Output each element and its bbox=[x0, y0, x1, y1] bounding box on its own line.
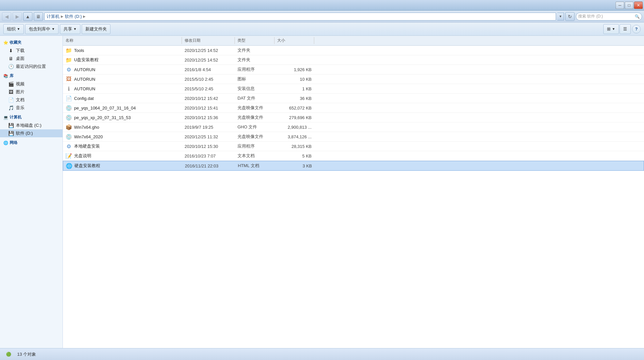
file-size bbox=[275, 59, 314, 61]
col-header-type[interactable]: 类型 bbox=[235, 37, 275, 44]
status-count: 13 个对象 bbox=[17, 351, 36, 357]
table-row[interactable]: ℹ AUTORUN 2015/5/10 2:45 安装信息 1 KB bbox=[63, 84, 644, 94]
path-drive[interactable]: 软件 (D:) bbox=[65, 14, 82, 20]
close-button[interactable]: ✕ bbox=[634, 2, 643, 9]
favorites-icon: ⭐ bbox=[3, 40, 8, 45]
file-name-cell: 🌐 硬盘安装教程 bbox=[63, 162, 182, 170]
file-name: Win7x64.gho bbox=[74, 125, 99, 130]
sidebar-item-recent[interactable]: 🕐 最近访问的位置 bbox=[0, 63, 63, 70]
file-size: 5 KB bbox=[275, 153, 314, 159]
file-name: 本地硬盘安装 bbox=[74, 143, 100, 149]
sidebar-header-network[interactable]: 🌐 网络 bbox=[0, 139, 63, 147]
col-header-modified[interactable]: 修改日期 bbox=[182, 37, 235, 44]
file-date: 2016/1/8 4:54 bbox=[182, 67, 235, 73]
file-type-label: 文件夹 bbox=[235, 56, 275, 64]
include-arrow-icon: ▼ bbox=[52, 27, 55, 31]
c-drive-label: 本地磁盘 (C:) bbox=[16, 122, 41, 128]
table-row[interactable]: 📄 Config.dat 2020/10/12 15:42 DAT 文件 36 … bbox=[63, 94, 644, 103]
refresh-button[interactable]: ↻ bbox=[565, 12, 575, 21]
table-row[interactable]: ⚙ AUTORUN 2016/1/8 4:54 应用程序 1,926 KB bbox=[63, 65, 644, 74]
file-size: 279,696 KB bbox=[275, 114, 314, 121]
file-date: 2020/10/12 15:30 bbox=[182, 143, 235, 150]
sidebar-item-documents[interactable]: 📄 文档 bbox=[0, 96, 63, 104]
address-dropdown-button[interactable]: ▼ bbox=[557, 13, 564, 21]
file-type-icon: 💿 bbox=[65, 133, 72, 140]
table-row[interactable]: 📝 光盘说明 2016/10/23 7:07 文本文档 5 KB bbox=[63, 151, 644, 161]
back-button[interactable]: ◀ bbox=[2, 12, 11, 21]
file-date: 2016/11/21 22:03 bbox=[182, 163, 235, 169]
file-date: 2019/9/7 19:25 bbox=[182, 124, 235, 130]
table-row[interactable]: 📁 Tools 2020/12/25 14:52 文件夹 bbox=[63, 46, 644, 55]
file-name-cell: 📁 Tools bbox=[63, 46, 182, 54]
file-name: AUTORUN bbox=[74, 77, 95, 82]
sidebar-item-music[interactable]: 🎵 音乐 bbox=[0, 104, 63, 112]
network-label: 网络 bbox=[10, 140, 18, 146]
details-view-button[interactable]: ☰ bbox=[620, 24, 631, 34]
file-name: 硬盘安装教程 bbox=[74, 163, 100, 169]
file-date: 2020/12/25 14:52 bbox=[182, 47, 235, 54]
organize-label: 组织 bbox=[7, 26, 16, 32]
file-name: pe_yqs_1064_20_07_31_16_04 bbox=[74, 106, 136, 111]
file-type-label: 图标 bbox=[235, 75, 275, 83]
sidebar-header-computer[interactable]: 💻 计算机 bbox=[0, 113, 63, 121]
file-type-icon: 📝 bbox=[65, 153, 72, 159]
maximize-button[interactable]: □ bbox=[625, 2, 633, 9]
table-row[interactable]: 📦 Win7x64.gho 2019/9/7 19:25 GHO 文件 2,90… bbox=[63, 122, 644, 132]
help-button[interactable]: ? bbox=[632, 25, 641, 33]
organize-arrow-icon: ▼ bbox=[17, 27, 20, 31]
file-name: Tools bbox=[74, 48, 84, 53]
sidebar-item-downloads[interactable]: ⬇ 下载 bbox=[0, 47, 63, 55]
view-arrow-icon: ▼ bbox=[612, 27, 615, 31]
table-row[interactable]: 💿 pe_yqs_xp_20_07_31_15_53 2020/10/12 15… bbox=[63, 113, 644, 122]
table-row[interactable]: 📁 U盘安装教程 2020/12/25 14:52 文件夹 bbox=[63, 55, 644, 65]
file-size: 652,072 KB bbox=[275, 105, 314, 111]
documents-label: 文档 bbox=[16, 97, 24, 103]
toolbar: 组织 ▼ 包含到库中 ▼ 共享 ▼ 新建文件夹 ⊞ ▼ ☰ ? bbox=[0, 22, 644, 36]
file-size bbox=[275, 50, 314, 51]
path-computer[interactable]: 计算机 bbox=[47, 14, 60, 20]
file-type-label: 光盘映像文件 bbox=[235, 114, 275, 121]
table-row[interactable]: ⚙ 本地硬盘安装 2020/10/12 15:30 应用程序 28,315 KB bbox=[63, 142, 644, 151]
table-row[interactable]: 🌐 硬盘安装教程 2016/11/21 22:03 HTML 文档 3 KB bbox=[63, 161, 644, 171]
recent-icon: 🕐 bbox=[8, 64, 14, 69]
col-header-name[interactable]: 名称 bbox=[63, 37, 182, 44]
table-row[interactable]: 💿 pe_yqs_1064_20_07_31_16_04 2020/10/12 … bbox=[63, 103, 644, 113]
file-size: 36 KB bbox=[275, 95, 314, 102]
file-date: 2015/5/10 2:45 bbox=[182, 76, 235, 82]
sidebar-item-d-drive[interactable]: 💾 软件 (D:) bbox=[0, 129, 63, 137]
sidebar-item-c-drive[interactable]: 💾 本地磁盘 (C:) bbox=[0, 121, 63, 129]
file-name-cell: 💿 pe_yqs_xp_20_07_31_15_53 bbox=[63, 113, 182, 121]
titlebar: ─ □ ✕ bbox=[0, 0, 644, 11]
file-type-icon: 🌐 bbox=[66, 162, 72, 169]
file-name-cell: 💿 pe_yqs_1064_20_07_31_16_04 bbox=[63, 104, 182, 112]
desktop-icon: 🖥 bbox=[8, 56, 14, 62]
up-button[interactable]: ▲ bbox=[23, 12, 32, 21]
file-date: 2020/10/12 15:36 bbox=[182, 114, 235, 121]
computer-label: 计算机 bbox=[10, 114, 21, 120]
sidebar-item-desktop[interactable]: 🖥 桌面 bbox=[0, 55, 63, 63]
file-name: Win7x64_2020 bbox=[74, 134, 103, 139]
music-icon: 🎵 bbox=[8, 105, 14, 111]
col-header-size[interactable]: 大小 bbox=[275, 37, 314, 44]
include-button[interactable]: 包含到库中 ▼ bbox=[25, 24, 59, 34]
table-row[interactable]: 💿 Win7x64_2020 2020/12/25 11:32 光盘映像文件 3… bbox=[63, 132, 644, 142]
minimize-button[interactable]: ─ bbox=[616, 2, 624, 9]
search-box[interactable]: 搜索 软件 (D:) 🔍 bbox=[576, 13, 642, 21]
forward-button[interactable]: ▶ bbox=[13, 12, 22, 21]
pictures-label: 图片 bbox=[16, 89, 24, 95]
file-type-icon: 💿 bbox=[65, 114, 72, 121]
organize-button[interactable]: 组织 ▼ bbox=[3, 24, 24, 34]
table-row[interactable]: 🖼 AUTORUN 2015/5/10 2:45 图标 10 KB bbox=[63, 74, 644, 84]
app-status-icon: 🟢 bbox=[3, 349, 14, 360]
new-folder-button[interactable]: 新建文件夹 bbox=[82, 24, 110, 34]
view-dropdown-button[interactable]: ⊞ ▼ bbox=[603, 24, 619, 34]
sidebar-header-favorites[interactable]: ⭐ 收藏夹 bbox=[0, 38, 63, 47]
sidebar-item-video[interactable]: 🎬 视频 bbox=[0, 80, 63, 88]
address-path[interactable]: 计算机 ▶ 软件 (D:) ▶ bbox=[44, 13, 556, 21]
sidebar-section-computer: 💻 计算机 💾 本地磁盘 (C:) 💾 软件 (D:) bbox=[0, 113, 63, 137]
share-button[interactable]: 共享 ▼ bbox=[60, 24, 80, 34]
sidebar-item-pictures[interactable]: 🖼 图片 bbox=[0, 88, 63, 96]
file-type-label: 安装信息 bbox=[235, 85, 275, 92]
network-icon: 🌐 bbox=[3, 141, 8, 145]
sidebar-header-library[interactable]: 📚 库 bbox=[0, 72, 63, 80]
